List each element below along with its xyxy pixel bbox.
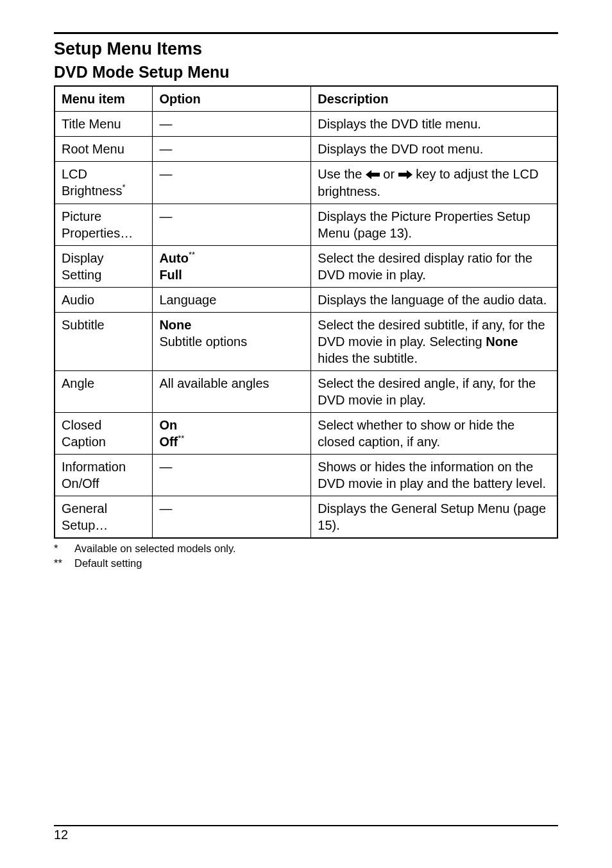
text-segment: General Setup… xyxy=(62,501,108,532)
cell-description: Displays the DVD root menu. xyxy=(311,137,557,162)
cell-menu-item: Angle xyxy=(55,371,153,413)
text-segment: Auto xyxy=(159,251,189,265)
cell-option: — xyxy=(153,496,311,539)
col-option: Option xyxy=(153,86,311,112)
heading-dvd-mode-setup-menu: DVD Mode Setup Menu xyxy=(54,63,558,82)
cell-menu-item: LCD Brightness* xyxy=(55,162,153,204)
footnote-text: Available on selected models only. xyxy=(74,542,236,555)
cell-option: NoneSubtitle options xyxy=(153,313,311,371)
text-segment: Displays the DVD title menu. xyxy=(318,117,481,131)
text-segment: Language xyxy=(159,293,216,307)
footnote-row: *Available on selected models only. xyxy=(54,542,558,555)
cell-option: — xyxy=(153,455,311,496)
text-segment: Information On/Off xyxy=(62,460,126,490)
cell-menu-item: Audio xyxy=(55,288,153,313)
table-header-row: Menu item Option Description xyxy=(55,86,557,112)
text-segment: * xyxy=(123,182,126,192)
table-row: Display SettingAuto**FullSelect the desi… xyxy=(55,246,557,288)
cell-menu-item: Display Setting xyxy=(55,246,153,288)
cell-option: All available angles xyxy=(153,371,311,413)
cell-option: — xyxy=(153,137,311,162)
cell-description: Use the or key to adjust the LCD brightn… xyxy=(311,162,557,204)
text-segment: ** xyxy=(178,433,184,443)
table-row: Root Menu—Displays the DVD root menu. xyxy=(55,137,557,162)
text-segment: Subtitle xyxy=(62,318,105,332)
cell-description: Select whether to show or hide the close… xyxy=(311,413,557,455)
cell-menu-item: Picture Properties… xyxy=(55,204,153,246)
text-segment: Select whether to show or hide the close… xyxy=(318,418,514,449)
text-segment: Use the xyxy=(318,167,365,181)
arrow-right-icon xyxy=(398,166,412,183)
text-segment: hides the subtitle. xyxy=(318,351,418,365)
text-segment: Displays the language of the audio data. xyxy=(318,293,547,307)
footnote-mark: * xyxy=(54,542,74,555)
text-segment: or xyxy=(380,167,398,181)
cell-description: Displays the language of the audio data. xyxy=(311,288,557,313)
text-segment: Display Setting xyxy=(62,251,104,282)
text-segment: None xyxy=(159,318,191,332)
page-footer: 12 xyxy=(54,825,558,842)
text-segment: Shows or hides the information on the DV… xyxy=(318,460,546,490)
text-segment: — xyxy=(159,460,172,474)
arrow-left-icon xyxy=(366,166,380,183)
text-segment: Angle xyxy=(62,376,94,390)
footnote-mark: ** xyxy=(54,557,74,569)
text-segment: Full xyxy=(159,268,182,282)
text-segment: Root Menu xyxy=(62,142,124,156)
text-segment: On xyxy=(159,418,177,432)
text-segment: Displays the General Setup Menu (page 15… xyxy=(318,501,546,532)
footnote-text: Default setting xyxy=(74,557,142,569)
text-segment: Select the desired display ratio for the… xyxy=(318,251,532,282)
col-description: Description xyxy=(311,86,557,112)
col-menu-item: Menu item xyxy=(55,86,153,112)
cell-description: Shows or hides the information on the DV… xyxy=(311,455,557,496)
text-segment: Off xyxy=(159,435,178,449)
cell-option: — xyxy=(153,204,311,246)
cell-menu-item: Title Menu xyxy=(55,112,153,137)
footnote-row: **Default setting xyxy=(54,557,558,569)
text-segment: Title Menu xyxy=(62,117,121,131)
text-segment: Audio xyxy=(62,293,94,307)
table-row: Closed CaptionOnOff**Select whether to s… xyxy=(55,413,557,455)
table-row: Picture Properties…—Displays the Picture… xyxy=(55,204,557,246)
cell-menu-item: Information On/Off xyxy=(55,455,153,496)
cell-option: — xyxy=(153,112,311,137)
text-segment: Displays the Picture Properties Setup Me… xyxy=(318,209,530,240)
table-row: Information On/Off—Shows or hides the in… xyxy=(55,455,557,496)
cell-description: Select the desired angle, if any, for th… xyxy=(311,371,557,413)
table-row: LCD Brightness*—Use the or key to adjust… xyxy=(55,162,557,204)
cell-menu-item: Closed Caption xyxy=(55,413,153,455)
text-segment: — xyxy=(159,501,172,516)
cell-description: Displays the General Setup Menu (page 15… xyxy=(311,496,557,539)
cell-description: Displays the DVD title menu. xyxy=(311,112,557,137)
text-segment: — xyxy=(159,209,172,223)
text-segment: ** xyxy=(189,250,195,259)
text-segment: Select the desired angle, if any, for th… xyxy=(318,376,536,407)
table-row: AngleAll available anglesSelect the desi… xyxy=(55,371,557,413)
text-segment: — xyxy=(159,117,172,131)
cell-menu-item: General Setup… xyxy=(55,496,153,539)
cell-description: Select the desired display ratio for the… xyxy=(311,246,557,288)
text-segment: Closed Caption xyxy=(62,418,106,449)
cell-option: Language xyxy=(153,288,311,313)
page-number: 12 xyxy=(54,828,558,842)
cell-menu-item: Subtitle xyxy=(55,313,153,371)
text-segment: — xyxy=(159,167,172,181)
cell-option: Auto**Full xyxy=(153,246,311,288)
setup-menu-table: Menu item Option Description Title Menu—… xyxy=(54,85,558,539)
text-segment: — xyxy=(159,142,172,156)
heading-setup-menu-items: Setup Menu Items xyxy=(54,39,558,59)
cell-menu-item: Root Menu xyxy=(55,137,153,162)
text-segment: LCD Brightness xyxy=(62,167,123,198)
text-segment: Displays the DVD root menu. xyxy=(318,142,483,156)
text-segment: Subtitle options xyxy=(159,334,247,349)
table-row: SubtitleNoneSubtitle optionsSelect the d… xyxy=(55,313,557,371)
table-row: Title Menu—Displays the DVD title menu. xyxy=(55,112,557,137)
table-row: General Setup…—Displays the General Setu… xyxy=(55,496,557,539)
cell-description: Displays the Picture Properties Setup Me… xyxy=(311,204,557,246)
table-row: AudioLanguageDisplays the language of th… xyxy=(55,288,557,313)
text-segment: All available angles xyxy=(159,376,269,390)
cell-option: OnOff** xyxy=(153,413,311,455)
cell-option: — xyxy=(153,162,311,204)
text-segment: None xyxy=(486,334,518,349)
